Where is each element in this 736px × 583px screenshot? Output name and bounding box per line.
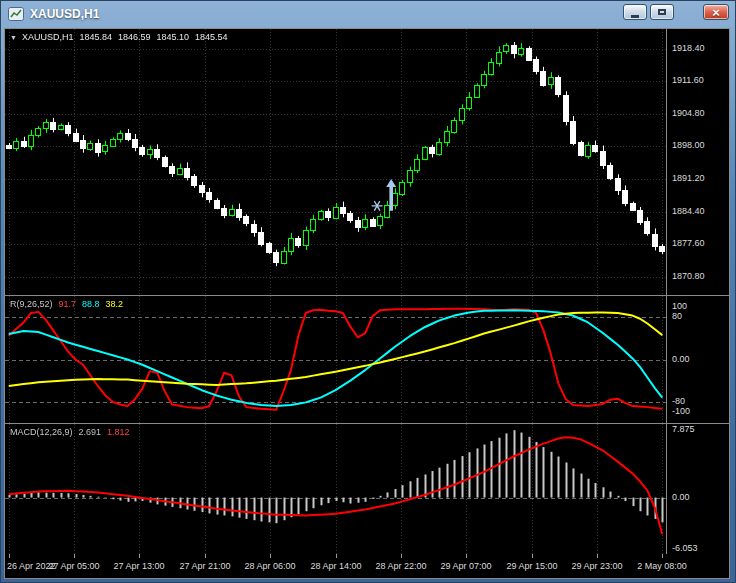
restore-button[interactable] xyxy=(650,4,674,20)
close-button[interactable]: × xyxy=(703,4,729,20)
axis-label: 1898.00 xyxy=(672,140,705,150)
axis-label: 1870.80 xyxy=(672,271,705,281)
axis-label: 1911.60 xyxy=(672,75,704,85)
time-axis-label: 28 Apr 06:00 xyxy=(244,561,295,571)
axis-label: 7.875 xyxy=(672,424,695,434)
time-tick xyxy=(205,554,206,558)
macd-value-signal: 1.812 xyxy=(107,427,130,437)
axis-label: 100 xyxy=(672,301,687,311)
oscillator-value-3: 38.2 xyxy=(106,299,124,309)
info-symbol: XAUUSD,H1 xyxy=(22,32,74,42)
main-price-panel: 1918.401911.601904.801898.001891.201884.… xyxy=(5,29,729,295)
price-axis[interactable]: 1918.401911.601904.801898.001891.201884.… xyxy=(666,29,729,295)
oscillator-value-1: 91.7 xyxy=(59,299,77,309)
time-tick xyxy=(401,554,402,558)
time-axis-label: 29 Apr 15:00 xyxy=(506,561,557,571)
macd-value-main: 2.691 xyxy=(79,427,102,437)
oscillator-panel: 100800.00-80-100 R(9,26,52) 91.7 88.8 38… xyxy=(5,296,729,423)
window-title: XAUUSD,H1 xyxy=(30,7,99,21)
chart-window-icon xyxy=(8,7,24,21)
oscillator-axis[interactable]: 100800.00-80-100 xyxy=(666,296,729,423)
info-high: 1846.59 xyxy=(118,32,151,42)
oscillator-label-line: R(9,26,52) 91.7 88.8 38.2 xyxy=(10,299,123,309)
restore-icon xyxy=(658,9,666,15)
time-tick xyxy=(532,554,533,558)
oscillator-name: R(9,26,52) xyxy=(10,299,53,309)
axis-label: 1891.20 xyxy=(672,173,705,183)
close-icon: × xyxy=(712,6,720,19)
macd-panel: 7.8750.00-6.053 MACD(12,26,9) 2.691 1.81… xyxy=(5,424,729,554)
axis-label: 1877.60 xyxy=(672,238,705,248)
oscillator-canvas[interactable] xyxy=(5,296,666,423)
axis-label: -80 xyxy=(672,396,685,406)
axis-label: 1884.40 xyxy=(672,206,705,216)
time-axis-label: 28 Apr 14:00 xyxy=(310,561,361,571)
macd-canvas[interactable] xyxy=(5,424,666,554)
time-tick xyxy=(662,554,663,558)
time-axis-label: 28 Apr 22:00 xyxy=(375,561,426,571)
time-tick xyxy=(336,554,337,558)
candlestick-chart-canvas[interactable] xyxy=(5,29,666,295)
time-tick xyxy=(466,554,467,558)
time-tick xyxy=(270,554,271,558)
time-axis-label: 27 Apr 05:00 xyxy=(48,561,99,571)
time-axis-label: 29 Apr 07:00 xyxy=(440,561,491,571)
oscillator-value-2: 88.8 xyxy=(82,299,100,309)
time-axis-label: 2 May 08:00 xyxy=(637,561,687,571)
axis-label: 1904.80 xyxy=(672,108,705,118)
axis-label: 0.00 xyxy=(672,354,690,364)
macd-label-line: MACD(12,26,9) 2.691 1.812 xyxy=(10,427,130,437)
time-tick xyxy=(597,554,598,558)
time-axis-label: 27 Apr 13:00 xyxy=(113,561,164,571)
ohlc-info-line: ▼ XAUUSD,H1 1845.84 1846.59 1845.10 1845… xyxy=(10,32,228,42)
info-low: 1845.10 xyxy=(157,32,190,42)
axis-label: 1918.40 xyxy=(672,43,705,53)
time-axis-label: 29 Apr 23:00 xyxy=(571,561,622,571)
time-axis[interactable]: 26 Apr 202227 Apr 05:0027 Apr 13:0027 Ap… xyxy=(5,554,729,578)
chart-client-area: 1918.401911.601904.801898.001891.201884.… xyxy=(4,28,730,579)
macd-name: MACD(12,26,9) xyxy=(10,427,73,437)
axis-label: 0.00 xyxy=(672,492,690,502)
time-tick xyxy=(139,554,140,558)
time-axis-label: 27 Apr 21:00 xyxy=(179,561,230,571)
dropdown-triangle-icon: ▼ xyxy=(10,34,17,41)
window-controls: × xyxy=(623,4,729,20)
info-open: 1845.84 xyxy=(79,32,112,42)
time-tick xyxy=(9,554,10,558)
axis-label: 80 xyxy=(672,311,682,321)
minimize-button[interactable] xyxy=(623,4,647,20)
minimize-icon xyxy=(631,15,639,18)
time-tick xyxy=(74,554,75,558)
axis-label: -100 xyxy=(672,406,690,416)
info-close: 1845.54 xyxy=(195,32,228,42)
axis-label: -6.053 xyxy=(672,543,698,553)
chart-window: XAUUSD,H1 × 1918.401911.601904.801898.00… xyxy=(0,0,736,583)
title-bar[interactable]: XAUUSD,H1 × xyxy=(0,0,736,28)
macd-axis[interactable]: 7.8750.00-6.053 xyxy=(666,424,729,554)
